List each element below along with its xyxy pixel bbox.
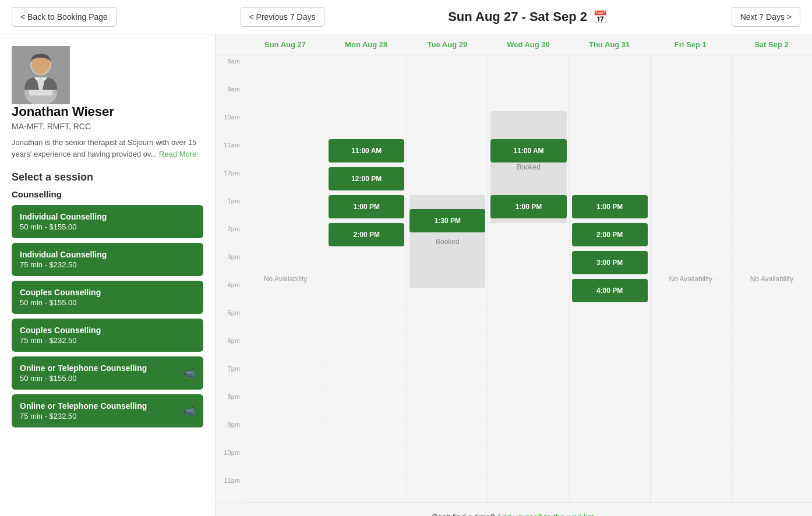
select-session-title: Select a session	[12, 171, 203, 183]
day-cell-1-0	[326, 55, 407, 83]
time-column: 8am9am10am11am12pm1pm2pm3pm4pm5pm6pm7pm8…	[216, 55, 245, 503]
session-name-0: Individual Counselling	[20, 212, 107, 221]
calendar-area: Sun Aug 27 Mon Aug 28 Tue Aug 29 Wed Aug…	[216, 34, 812, 516]
time-label-8am: 8am	[216, 55, 245, 83]
avail-slot-0[interactable]: 11:00 AM	[329, 139, 404, 162]
day-cell-2-13	[407, 419, 488, 447]
day-header-0: Sun Aug 27	[245, 34, 326, 55]
time-label-3pm: 3pm	[216, 251, 245, 279]
time-label-1pm: 1pm	[216, 195, 245, 223]
session-item-1[interactable]: Individual Counselling 75 min - $232.50	[12, 243, 203, 276]
day-cell-3-1	[488, 83, 569, 111]
top-navigation: < Back to Booking Page < Previous 7 Days…	[0, 0, 812, 34]
day-cell-3-7	[488, 251, 569, 279]
day-col-1: 11:00 AM12:00 PM1:00 PM2:00 PM	[326, 55, 407, 503]
time-label-9am: 9am	[216, 83, 245, 111]
avail-slot-11[interactable]: 3:00 PM	[572, 251, 648, 274]
session-item-2[interactable]: Couples Counselling 50 min - $155.00	[12, 281, 203, 314]
time-label-12pm: 12pm	[216, 167, 245, 195]
day-cell-2-4	[407, 167, 488, 195]
time-label-11am: 11am	[216, 139, 245, 167]
day-cell-1-14	[326, 447, 407, 475]
prev-days-button[interactable]: < Previous 7 Days	[241, 7, 324, 27]
therapist-bio: Jonathan is the senior therapist at Sojo…	[12, 137, 203, 160]
day-col-4: 1:00 PM2:00 PM3:00 PM4:00 PM	[569, 55, 650, 503]
session-name-4: Online or Telephone Counselling	[20, 363, 147, 373]
session-item-5[interactable]: Online or Telephone Counselling 75 min -…	[12, 394, 203, 427]
day-cell-3-6	[488, 223, 569, 251]
day-cell-3-14	[488, 447, 569, 475]
day-cell-2-10	[407, 335, 488, 363]
day-header-5: Fri Sep 1	[650, 34, 731, 55]
therapist-photo	[12, 46, 70, 104]
day-cell-4-9	[570, 307, 650, 335]
day-cell-4-11	[570, 363, 650, 391]
avail-slot-9[interactable]: 1:00 PM	[572, 195, 648, 218]
avail-slot-5[interactable]: 1:30 PM	[409, 209, 485, 232]
session-item-4[interactable]: Online or Telephone Counselling 50 min -…	[12, 356, 203, 390]
session-name-1: Individual Counselling	[20, 250, 107, 259]
calendar-icon: 📅	[593, 10, 608, 24]
day-cell-2-11	[407, 363, 488, 391]
avail-slot-7[interactable]: 11:00 AM	[490, 139, 566, 162]
date-range-text: Sun Aug 27 - Sat Sep 2	[448, 9, 587, 24]
cant-find-text: Can't find a time?	[432, 513, 495, 516]
day-cell-4-14	[570, 447, 650, 475]
calendar-grid: Sun Aug 27 Mon Aug 28 Tue Aug 29 Wed Aug…	[216, 34, 812, 503]
day-cell-4-3	[570, 139, 650, 167]
session-item-3[interactable]: Couples Counselling 75 min - $232.50	[12, 319, 203, 352]
avail-slot-12[interactable]: 4:00 PM	[572, 279, 648, 302]
day-header-1: Mon Aug 28	[326, 34, 407, 55]
time-label-10pm: 10pm	[216, 447, 245, 475]
day-cell-1-2	[326, 111, 407, 139]
session-category: Counselling	[12, 189, 203, 199]
day-cell-2-3	[407, 139, 488, 167]
avail-slot-10[interactable]: 2:00 PM	[572, 223, 648, 246]
day-cell-3-11	[488, 363, 569, 391]
main-layout: Jonathan Wieser MA-MFT, RMFT, RCC Jonath…	[0, 34, 812, 516]
time-grid: 8am9am10am11am12pm1pm2pm3pm4pm5pm6pm7pm8…	[216, 55, 812, 503]
day-cell-2-15	[407, 475, 488, 503]
day-cell-4-10	[570, 335, 650, 363]
day-cell-2-1	[407, 83, 488, 111]
video-icon-4: 📹	[183, 367, 195, 379]
avail-slot-8[interactable]: 1:00 PM	[490, 195, 566, 218]
day-col-0: No Availability	[245, 55, 326, 503]
day-cell-1-9	[326, 307, 407, 335]
session-name-5: Online or Telephone Counselling	[20, 401, 147, 411]
wait-list-link[interactable]: Add yourself to the wait list.	[497, 513, 596, 516]
day-cell-3-9	[488, 307, 569, 335]
session-item-text-0: Individual Counselling 50 min - $155.00	[20, 212, 107, 231]
date-range-title: Sun Aug 27 - Sat Sep 2 📅	[448, 9, 608, 24]
next-days-button[interactable]: Next 7 Days >	[732, 7, 800, 27]
avail-slot-1[interactable]: 12:00 PM	[329, 167, 404, 190]
time-header-empty	[216, 34, 245, 55]
day-cell-4-15	[570, 475, 650, 503]
session-name-2: Couples Counselling	[20, 288, 101, 297]
session-price-1: 75 min - $232.50	[20, 260, 107, 269]
no-avail-day-0: No Availability	[245, 55, 326, 503]
day-cell-3-15	[488, 475, 569, 503]
avail-slot-3[interactable]: 2:00 PM	[329, 223, 404, 246]
session-price-0: 50 min - $155.00	[20, 222, 107, 231]
day-cell-3-8	[488, 279, 569, 307]
day-header-3: Wed Aug 30	[488, 34, 569, 55]
day-col-2: Booked1:30 PM	[407, 55, 488, 503]
day-cell-3-0	[488, 55, 569, 83]
day-cell-4-12	[570, 391, 650, 419]
session-price-2: 50 min - $155.00	[20, 298, 101, 307]
day-headers: Sun Aug 27 Mon Aug 28 Tue Aug 29 Wed Aug…	[216, 34, 812, 55]
time-label-11pm: 11pm	[216, 475, 245, 503]
read-more-link[interactable]: Read More	[159, 150, 196, 158]
avail-slot-2[interactable]: 1:00 PM	[329, 195, 404, 218]
time-label-10am: 10am	[216, 111, 245, 139]
sidebar: Jonathan Wieser MA-MFT, RMFT, RCC Jonath…	[0, 34, 216, 516]
day-cell-2-0	[407, 55, 488, 83]
day-cell-1-11	[326, 363, 407, 391]
back-button[interactable]: < Back to Booking Page	[12, 7, 116, 27]
time-label-8pm: 8pm	[216, 391, 245, 419]
footer: Can't find a time? Add yourself to the w…	[216, 503, 812, 516]
session-item-0[interactable]: Individual Counselling 50 min - $155.00	[12, 205, 203, 238]
session-item-text-5: Online or Telephone Counselling 75 min -…	[20, 401, 147, 420]
day-cell-2-2	[407, 111, 488, 139]
